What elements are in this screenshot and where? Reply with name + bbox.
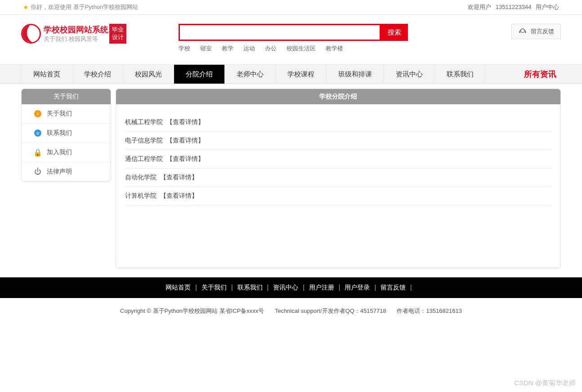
college-row: 电子信息学院 【查看详情】 [125, 132, 551, 150]
separator: | [303, 284, 304, 291]
search-tag[interactable]: 寝室 [200, 45, 212, 52]
view-detail-link[interactable]: 【查看详情】 [166, 137, 204, 144]
sidebar-item-label: 法律声明 [47, 168, 72, 176]
footer-link[interactable]: 关于我们 [201, 284, 227, 291]
headset-icon [518, 27, 527, 36]
sidebar-item-label: 联系我们 [47, 129, 72, 137]
feedback-label: 留言反馈 [531, 27, 554, 36]
footer-info: Copyright © 基于Python学校校园网站 某省ICP备xxxx号 T… [0, 298, 582, 324]
logo-icon [21, 24, 41, 44]
footer-link[interactable]: 网站首页 [166, 284, 191, 291]
logo-title: 学校校园网站系统 [44, 24, 108, 35]
nav-item[interactable]: 老师中心 [225, 65, 276, 84]
header: 学校校园网站系统 关于我们.校园风景等 毕业设计 搜索 学校寝室教学运动办公校园… [21, 15, 561, 57]
nav-item[interactable]: 联系我们 [435, 65, 486, 84]
nav-item[interactable]: 资讯中心 [384, 65, 435, 84]
user-phone[interactable]: 13511223344 [496, 4, 532, 10]
star-icon: ★ [23, 4, 29, 11]
clipboard-icon: ≡ [34, 129, 41, 137]
separator: | [339, 284, 340, 291]
nav-all-news[interactable]: 所有资讯 [524, 65, 561, 84]
search-input[interactable] [179, 24, 381, 41]
college-name: 机械工程学院 [125, 118, 165, 125]
logo-block[interactable]: 学校校园网站系统 关于我们.校园风景等 毕业设计 [21, 24, 179, 44]
search-tag[interactable]: 校园生活区 [287, 45, 316, 52]
search-button[interactable]: 搜索 [381, 24, 408, 41]
separator: | [231, 284, 233, 291]
logo-badge: 毕业设计 [109, 24, 126, 44]
nav-item[interactable]: 学校介绍 [72, 65, 123, 84]
welcome-user-label: 欢迎用户 [468, 4, 491, 10]
footer-link[interactable]: 留言反馈 [381, 284, 406, 291]
sidebar-item[interactable]: 🔒加入我们 [22, 143, 111, 162]
footer-nav: 网站首页|关于我们|联系我们|资讯中心|用户注册|用户登录|留言反馈| [0, 277, 582, 298]
user-center-link[interactable]: 用户中心 [536, 4, 559, 10]
footer-support: Technical support/开发作者QQ：45157718 [275, 307, 386, 314]
nav-item[interactable]: 班级和排课 [327, 65, 384, 84]
view-detail-link[interactable]: 【查看详情】 [160, 174, 198, 181]
search-tags: 学校寝室教学运动办公校园生活区教学楼 [179, 45, 502, 53]
search-tag[interactable]: 教学 [222, 45, 233, 52]
sidebar: 关于我们 i关于我们≡联系我们🔒加入我们⏻法律声明 [21, 89, 111, 182]
separator: | [410, 284, 412, 291]
view-detail-link[interactable]: 【查看详情】 [160, 192, 198, 199]
lock-icon: 🔒 [34, 149, 41, 156]
footer-author-phone: 作者电话：13516821613 [397, 307, 462, 314]
main-area: 关于我们 i关于我们≡联系我们🔒加入我们⏻法律声明 学校分院介绍 机械工程学院 … [21, 89, 561, 268]
logo-subtitle: 关于我们.校园风景等 [44, 35, 108, 43]
topbar-user: 欢迎用户 13511223344 用户中心 [465, 3, 559, 11]
view-detail-link[interactable]: 【查看详情】 [166, 155, 204, 162]
college-name: 自动化学院 [125, 174, 158, 181]
nav-item[interactable]: 分院介绍 [174, 65, 225, 84]
college-name: 通信工程学院 [125, 155, 165, 162]
svg-rect-1 [519, 31, 521, 33]
college-row: 计算机学院 【查看详情】 [125, 187, 551, 205]
main-nav: 网站首页学校介绍校园风光分院介绍老师中心学校课程班级和排课资讯中心联系我们所有资… [0, 64, 582, 84]
info-icon: i [34, 110, 41, 117]
footer-copyright: Copyright © 基于Python学校校园网站 某省ICP备xxxx号 [120, 307, 264, 314]
search-tag[interactable]: 运动 [243, 45, 255, 52]
nav-item[interactable]: 网站首页 [21, 65, 72, 84]
topbar: ★ 你好，欢迎使用 基于Python学校校园网站 欢迎用户 1351122334… [0, 0, 582, 15]
sidebar-item[interactable]: ≡联系我们 [22, 123, 111, 143]
sidebar-item[interactable]: ⏻法律声明 [22, 162, 111, 181]
nav-item[interactable]: 校园风光 [123, 65, 174, 84]
search-tag[interactable]: 教学楼 [326, 45, 343, 52]
nav-item[interactable]: 学校课程 [276, 65, 327, 84]
sidebar-item-label: 加入我们 [47, 148, 72, 156]
footer-link[interactable]: 用户注册 [309, 284, 334, 291]
search-tag[interactable]: 办公 [265, 45, 277, 52]
view-detail-link[interactable]: 【查看详情】 [166, 118, 204, 125]
power-icon: ⏻ [34, 168, 41, 175]
college-row: 机械工程学院 【查看详情】 [125, 113, 551, 132]
content-title: 学校分院介绍 [116, 89, 560, 104]
college-row: 自动化学院 【查看详情】 [125, 169, 551, 187]
separator: | [267, 284, 269, 291]
search-tag[interactable]: 学校 [179, 45, 190, 52]
svg-rect-2 [525, 31, 526, 33]
footer-link[interactable]: 用户登录 [345, 284, 370, 291]
sidebar-item[interactable]: i关于我们 [22, 104, 111, 123]
content-panel: 学校分院介绍 机械工程学院 【查看详情】电子信息学院 【查看详情】通信工程学院 … [116, 89, 561, 268]
college-name: 计算机学院 [125, 192, 158, 199]
sidebar-item-label: 关于我们 [47, 110, 72, 118]
sidebar-title: 关于我们 [22, 89, 111, 104]
topbar-greeting: ★ 你好，欢迎使用 基于Python学校校园网站 [23, 3, 138, 11]
separator: | [195, 284, 197, 291]
search-block: 搜索 学校寝室教学运动办公校园生活区教学楼 [179, 24, 502, 53]
footer-link[interactable]: 联系我们 [237, 284, 263, 291]
college-row: 通信工程学院 【查看详情】 [125, 150, 551, 169]
feedback-button[interactable]: 留言反馈 [511, 24, 561, 39]
footer-link[interactable]: 资讯中心 [273, 284, 298, 291]
college-name: 电子信息学院 [125, 137, 165, 144]
separator: | [374, 284, 376, 291]
greeting-text: 你好，欢迎使用 基于Python学校校园网站 [31, 3, 138, 11]
